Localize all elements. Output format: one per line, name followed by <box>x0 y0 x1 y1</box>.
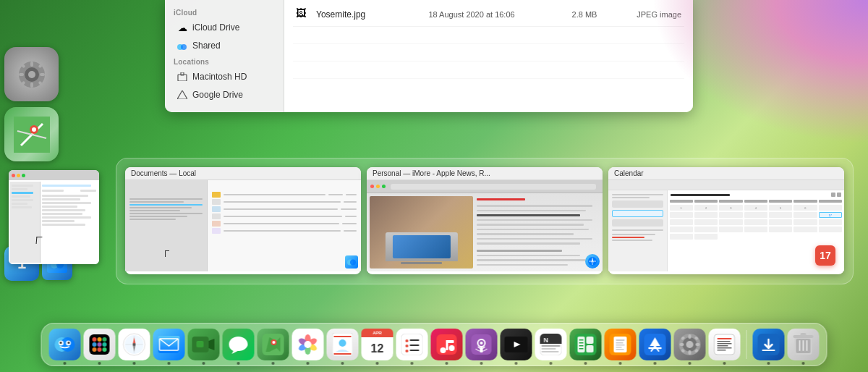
svg-point-41 <box>98 342 102 347</box>
svg-rect-72 <box>334 353 352 355</box>
mc-window-calendar-content: 1 2 3 4 5 6 <box>608 180 844 271</box>
svg-point-75 <box>406 339 409 342</box>
svg-rect-98 <box>542 351 559 352</box>
svg-rect-137 <box>799 340 801 351</box>
svg-rect-3 <box>30 62 33 67</box>
dock-item-messages[interactable] <box>223 329 255 360</box>
system-prefs-widget[interactable] <box>4 47 59 101</box>
svg-point-117 <box>686 341 694 348</box>
dock-item-reminders[interactable] <box>396 329 428 360</box>
dock-item-podcasts[interactable] <box>466 329 498 360</box>
mc-window-imore[interactable]: Personal — iMore - Apple News, R... <box>367 167 603 274</box>
mc-window-calendar[interactable]: Calendar <box>608 167 844 274</box>
svg-rect-131 <box>718 347 732 349</box>
svg-rect-103 <box>579 339 584 341</box>
finder-content: 🖼 Yosemite.jpg 18 August 2020 at 16:06 2… <box>284 0 693 112</box>
svg-point-33 <box>60 342 62 344</box>
svg-point-2 <box>28 71 35 78</box>
svg-point-52 <box>133 343 136 346</box>
calendar-date-badge: 17 <box>815 245 835 266</box>
svg-rect-20 <box>181 44 187 50</box>
dock-item-appletv[interactable] <box>501 329 532 360</box>
icloud-drive-label: iCloud Drive <box>192 22 239 33</box>
sidebar-item-google-drive[interactable]: Google Drive <box>168 86 281 103</box>
svg-rect-80 <box>410 350 420 351</box>
svg-point-73 <box>339 339 346 347</box>
dock-item-music[interactable] <box>431 329 463 360</box>
dock-item-safari[interactable] <box>119 329 150 360</box>
svg-rect-119 <box>689 350 692 355</box>
dock-item-pages[interactable] <box>605 329 637 360</box>
mc-window-imore-title: Personal — iMore - Apple News, R... <box>367 167 603 180</box>
dock-item-numbers[interactable] <box>570 329 602 360</box>
dock-item-contacts[interactable] <box>327 329 359 360</box>
svg-rect-101 <box>587 337 594 344</box>
icloud-section-label: iCloud <box>165 6 284 18</box>
svg-rect-129 <box>718 343 732 344</box>
dock-item-maps[interactable] <box>258 329 289 360</box>
svg-rect-106 <box>579 348 584 350</box>
dock-item-calendar[interactable]: APR 12 <box>362 329 393 360</box>
file-icon: 🖼 <box>296 7 310 22</box>
svg-rect-120 <box>680 343 684 346</box>
sidebar-item-icloud-drive[interactable]: ☁ iCloud Drive <box>168 19 281 36</box>
svg-rect-130 <box>718 345 728 347</box>
dock-item-mail[interactable] <box>153 329 185 360</box>
google-drive-label: Google Drive <box>192 90 243 100</box>
svg-rect-138 <box>803 340 804 351</box>
svg-point-15 <box>32 127 36 132</box>
svg-point-61 <box>273 341 276 344</box>
macintosh-hd-label: Macintosh HD <box>192 72 247 82</box>
mini-finder-window[interactable] <box>9 170 99 264</box>
svg-rect-100 <box>578 337 585 352</box>
sidebar-item-shared[interactable]: Shared <box>168 37 281 54</box>
mini-toolbar <box>9 170 99 180</box>
file-row-yosemite[interactable]: 🖼 Yosemite.jpg 18 August 2020 at 16:06 2… <box>293 6 684 27</box>
svg-point-83 <box>449 345 455 351</box>
mini-finder-content <box>9 180 99 264</box>
svg-rect-110 <box>616 342 624 344</box>
dock-item-trash[interactable] <box>788 329 820 360</box>
svg-rect-5 <box>19 73 24 76</box>
safari-thumb-icon <box>585 254 600 269</box>
empty-row-1 <box>293 27 684 44</box>
calendar-month-label: APR <box>373 331 382 335</box>
google-drive-icon <box>176 89 188 101</box>
dock-item-textedit[interactable] <box>709 329 741 360</box>
dock-item-airdrop[interactable] <box>753 329 785 360</box>
maps-widget[interactable] <box>4 107 59 161</box>
minimize-dot <box>17 174 20 177</box>
svg-rect-71 <box>334 336 352 337</box>
locations-section-label: Locations <box>165 55 284 67</box>
svg-point-79 <box>406 350 409 352</box>
file-date: 18 August 2020 at 16:06 <box>428 10 540 19</box>
svg-rect-111 <box>616 344 625 346</box>
dock-item-photos[interactable] <box>292 329 324 360</box>
shared-icon <box>176 40 188 51</box>
calendar-dock-date: 12 <box>371 342 384 355</box>
svg-rect-4 <box>30 83 33 88</box>
svg-rect-113 <box>616 349 624 350</box>
empty-row-3 <box>293 62 684 79</box>
svg-point-45 <box>103 347 107 352</box>
svg-rect-118 <box>689 334 692 339</box>
icloud-drive-icon: ☁ <box>176 22 188 33</box>
calendar-date-number: 17 <box>820 250 831 261</box>
sidebar-item-macintosh-hd[interactable]: Macintosh HD <box>168 68 281 85</box>
svg-point-43 <box>93 347 97 352</box>
dock-item-launchpad[interactable] <box>84 329 116 360</box>
dock-item-appstore[interactable] <box>639 329 671 360</box>
svg-rect-97 <box>542 348 556 350</box>
dock-item-news[interactable]: N <box>535 329 567 360</box>
mission-control: Documents — Local <box>116 158 854 284</box>
dock-item-facetime[interactable] <box>188 329 220 360</box>
dock-item-system-prefs[interactable] <box>674 329 706 360</box>
svg-rect-58 <box>197 341 204 347</box>
svg-rect-132 <box>718 350 726 351</box>
mc-window-documents[interactable]: Documents — Local <box>125 167 361 274</box>
svg-rect-6 <box>40 73 45 76</box>
dock-item-finder[interactable] <box>49 329 81 360</box>
svg-rect-105 <box>579 345 584 347</box>
svg-point-37 <box>93 337 97 342</box>
svg-rect-78 <box>410 344 420 346</box>
